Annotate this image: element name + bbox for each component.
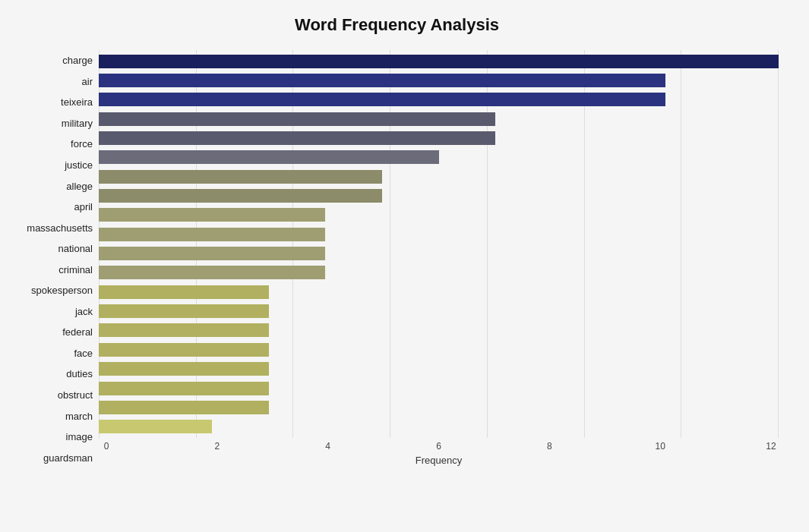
bar-guardsman bbox=[99, 420, 212, 433]
y-label-force: force bbox=[71, 139, 93, 149]
y-label-national: national bbox=[58, 244, 93, 253]
bar-air bbox=[99, 74, 665, 87]
x-tick-2: 2 bbox=[210, 441, 225, 452]
y-label-federal: federal bbox=[62, 327, 93, 337]
bar-image bbox=[99, 401, 269, 414]
bar-teixeira bbox=[99, 93, 665, 106]
bar-allege bbox=[99, 170, 382, 184]
x-tick-4: 4 bbox=[321, 441, 336, 452]
x-tick-10: 10 bbox=[653, 441, 668, 452]
bar-row-justice bbox=[99, 148, 779, 167]
x-tick-12: 12 bbox=[763, 441, 779, 452]
bar-row-allege bbox=[99, 167, 779, 186]
y-label-justice: justice bbox=[65, 160, 93, 170]
bar-charge bbox=[99, 55, 779, 68]
y-label-air: air bbox=[82, 77, 93, 87]
x-tick-0: 0 bbox=[99, 441, 114, 452]
bar-row-march bbox=[99, 379, 779, 398]
y-label-military: military bbox=[62, 118, 93, 128]
bar-row-spokesperson bbox=[99, 263, 779, 282]
bar-federal bbox=[99, 304, 269, 318]
x-axis: 024681012 Frequency bbox=[99, 438, 779, 468]
bar-row-force bbox=[99, 128, 779, 147]
y-label-march: march bbox=[65, 411, 93, 421]
x-ticks: 024681012 bbox=[99, 438, 779, 452]
bar-row-duties bbox=[99, 340, 779, 359]
bar-row-face bbox=[99, 321, 779, 340]
bars-wrapper bbox=[99, 50, 779, 438]
y-label-april: april bbox=[74, 202, 93, 212]
bar-row-military bbox=[99, 109, 779, 128]
bar-duties bbox=[99, 343, 269, 357]
bar-jack bbox=[99, 285, 269, 299]
bar-row-massachusetts bbox=[99, 206, 779, 225]
y-label-jack: jack bbox=[75, 307, 93, 316]
bar-justice bbox=[99, 150, 439, 164]
y-label-guardsman: guardsman bbox=[43, 453, 93, 463]
chart-area: chargeairteixeiramilitaryforcejusticeall… bbox=[15, 50, 779, 468]
bar-row-april bbox=[99, 186, 779, 205]
bar-military bbox=[99, 112, 495, 126]
y-label-criminal: criminal bbox=[58, 265, 93, 275]
y-label-face: face bbox=[74, 348, 93, 358]
bar-row-federal bbox=[99, 301, 779, 320]
x-axis-label: Frequency bbox=[99, 455, 779, 466]
bar-face bbox=[99, 323, 269, 337]
bar-obstruct bbox=[99, 362, 269, 376]
bar-april bbox=[99, 189, 382, 203]
bar-row-air bbox=[99, 71, 779, 90]
bar-row-image bbox=[99, 398, 779, 417]
bar-row-teixeira bbox=[99, 90, 779, 109]
y-label-obstruct: obstruct bbox=[58, 390, 93, 400]
y-label-allege: allege bbox=[66, 181, 93, 191]
bar-row-criminal bbox=[99, 244, 779, 263]
chart-title: Word Frequency Analysis bbox=[15, 15, 779, 35]
y-axis-labels: chargeairteixeiramilitaryforcejusticeall… bbox=[15, 50, 99, 468]
x-tick-8: 8 bbox=[542, 441, 557, 452]
bar-row-jack bbox=[99, 282, 779, 301]
y-label-duties: duties bbox=[66, 369, 93, 379]
bar-row-charge bbox=[99, 52, 779, 71]
y-label-massachusetts: massachusetts bbox=[27, 223, 93, 233]
x-tick-6: 6 bbox=[431, 441, 446, 452]
bar-force bbox=[99, 131, 495, 145]
bar-national bbox=[99, 228, 325, 241]
bars-and-x-area: 024681012 Frequency bbox=[99, 50, 779, 468]
y-label-charge: charge bbox=[62, 55, 93, 65]
y-label-image: image bbox=[66, 432, 93, 442]
bars-grid bbox=[99, 50, 779, 438]
bar-massachusetts bbox=[99, 208, 325, 222]
bar-march bbox=[99, 382, 269, 395]
chart-container: Word Frequency Analysis chargeairteixeir… bbox=[0, 0, 809, 532]
bar-criminal bbox=[99, 247, 325, 260]
bar-row-guardsman bbox=[99, 417, 779, 436]
bar-spokesperson bbox=[99, 266, 325, 279]
bar-row-national bbox=[99, 225, 779, 244]
y-label-spokesperson: spokesperson bbox=[31, 285, 93, 295]
y-label-teixeira: teixeira bbox=[61, 97, 93, 107]
bar-row-obstruct bbox=[99, 360, 779, 379]
